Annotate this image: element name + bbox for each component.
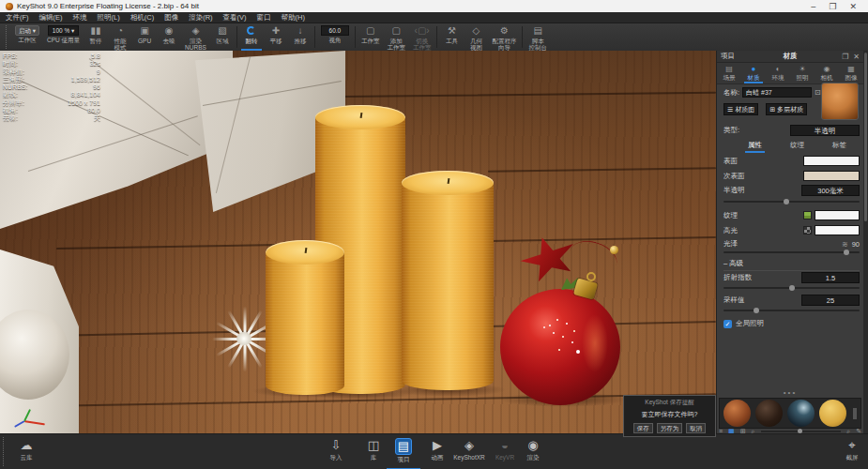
toolbar-fov[interactable]: 60.0 视角 (317, 23, 353, 51)
translucency-slider[interactable] (723, 201, 860, 203)
multi-material-button[interactable]: ⊞ 多层材质 (766, 103, 807, 115)
texture-map-icon[interactable] (803, 211, 812, 219)
ribbon-screenshot[interactable]: ⌖ 截屏 (833, 438, 868, 462)
subtab-properties[interactable]: 属性 (745, 140, 765, 153)
menu-file[interactable]: 文件(F) (6, 13, 29, 23)
material-thumb-gold[interactable] (819, 400, 846, 427)
toolbar-drag-handle[interactable] (6, 25, 8, 49)
fov-value-box[interactable]: 60.0 (321, 25, 349, 36)
tab-material[interactable]: ● 材质 (741, 63, 766, 83)
keyshotxr-icon: ◈ (464, 438, 474, 453)
window-title: KeyShot 9.0 Enterprise Floating License … (17, 2, 199, 10)
red-bauble-ornament[interactable] (500, 289, 620, 405)
material-graph-button[interactable]: ☰ 材质图 (723, 103, 758, 115)
candle-short[interactable] (266, 240, 344, 395)
gloss-slider[interactable] (723, 251, 860, 253)
menu-environment[interactable]: 环境 (73, 13, 87, 23)
maximize-button[interactable]: ❐ (829, 2, 836, 11)
tab-lighting[interactable]: ☀ 照明 (790, 63, 815, 83)
minimize-button[interactable]: – (811, 2, 815, 11)
translucency-value[interactable]: 300毫米 (801, 185, 860, 196)
menu-render[interactable]: 渲染(R) (189, 13, 212, 23)
refraction-slider[interactable] (723, 287, 860, 289)
toolbar-geometry-view[interactable]: ◇ 几何 视图 (464, 23, 488, 51)
cancel-button[interactable]: 取消 (686, 423, 706, 433)
toolbar-performance-mode[interactable]: ◔ 性能 模式 (108, 23, 132, 51)
toolbar-pan[interactable]: ✚ 平移 (264, 23, 288, 51)
refraction-value[interactable]: 1.5 (801, 272, 860, 283)
workspace-start-dropdown[interactable]: 启动 ▾ (15, 25, 39, 36)
menu-camera[interactable]: 相机(C) (130, 13, 154, 23)
global-illumination-checkbox[interactable]: ✓ (723, 320, 732, 328)
toolbar-workspace[interactable]: 启动 ▾ 工作区 (11, 23, 43, 51)
ribbon-keyshotxr[interactable]: ◈ KeyShotXR (450, 438, 488, 461)
menu-help[interactable]: 帮助(H) (282, 13, 305, 23)
tab-scene[interactable]: ▤ 场景 (717, 63, 741, 83)
menu-image[interactable]: 图像 (164, 13, 178, 23)
panel-close-icon[interactable]: ✕ (853, 53, 860, 61)
axis-y (23, 409, 31, 421)
gpu-icon: ▣ (140, 25, 148, 37)
toolbar-tools[interactable]: ⚒ 工具 (439, 23, 464, 51)
realtime-viewport[interactable]: FPS:5.8 时间:32s 采样值:9 三角形:1,539,512 NURBS… (0, 51, 716, 433)
texture-color-swatch[interactable] (815, 210, 860, 220)
global-illumination-row: ✓ 全局照明 (723, 319, 860, 328)
material-thumb-chrome[interactable] (787, 400, 815, 427)
cpu-usage-dropdown[interactable]: 100 % ▾ (48, 25, 80, 36)
library-strip-handle[interactable]: ••• (717, 388, 863, 397)
toolbar-tumble[interactable]: 翻转 (239, 23, 264, 51)
gloss-value[interactable]: 90 (852, 240, 860, 249)
menu-view[interactable]: 查看(V) (223, 13, 247, 23)
ribbon-drag-handle[interactable] (3, 437, 4, 466)
save-button[interactable]: 保存 (633, 423, 653, 433)
subsurface-color-swatch[interactable] (803, 171, 860, 181)
toolbar-studio[interactable]: ▢ 工作室 (358, 23, 384, 51)
surface-color-swatch[interactable] (803, 156, 860, 166)
display-icon[interactable]: ⊡ (815, 88, 821, 97)
samples-value[interactable]: 25 (801, 295, 860, 306)
menu-window[interactable]: 窗口 (257, 13, 271, 23)
material-name-input[interactable] (742, 87, 812, 98)
material-thumb-rust[interactable] (723, 400, 751, 427)
close-button[interactable]: ✕ (849, 2, 857, 11)
specular-color-swatch[interactable] (815, 225, 860, 235)
toolbar-pause[interactable]: ▮▮ 暂停 (84, 23, 108, 51)
tab-camera[interactable]: ◉ 相机 (815, 63, 839, 83)
menu-edit[interactable]: 编辑(E) (39, 13, 63, 23)
toolbar-region[interactable]: ▧ 区域 (210, 23, 235, 51)
toolbar-add-studio[interactable]: ▢ 添加 工作室 (383, 23, 409, 51)
dolly-icon: ↓ (297, 25, 302, 37)
ribbon-render[interactable]: ◉ 渲染 (514, 438, 552, 462)
ribbon-import[interactable]: ⇩ 导入 (317, 438, 355, 462)
subtab-textures[interactable]: 纹理 (787, 140, 807, 153)
undock-icon[interactable]: ❐ (842, 53, 848, 61)
subtab-labels[interactable]: 标签 (830, 140, 849, 153)
tab-environment[interactable]: ◐ 环境 (766, 63, 790, 83)
toolbar-script-console[interactable]: ▤ 脚本 控制台 (525, 23, 551, 51)
orientation-gizmo (13, 407, 51, 431)
material-thumb-dark[interactable] (755, 400, 783, 427)
samples-slider[interactable] (723, 310, 860, 311)
gloss-sliders-icon[interactable]: ≋ (842, 240, 848, 249)
candle-medium[interactable] (402, 171, 494, 390)
menu-lighting[interactable]: 照明(L) (98, 13, 120, 23)
specular-map-icon[interactable] (803, 226, 812, 234)
toolbar-dolly[interactable]: ↓ 推移 (288, 23, 312, 51)
add-studio-icon: ▢ (391, 25, 400, 37)
tab-image[interactable]: ▦ 图像 (839, 63, 863, 83)
panel-scrollbar[interactable] (863, 51, 868, 433)
ribbon-project[interactable]: ▤ 项目 (385, 438, 422, 464)
ribbon-cloud-library[interactable]: ☁ 云库 (8, 438, 45, 462)
strip-scrollbar[interactable] (853, 408, 857, 419)
toolbar-cpu-usage[interactable]: 100 % ▾ CPU 使用量 (43, 23, 84, 51)
import-icon: ⇩ (331, 438, 342, 453)
toolbar-denoise[interactable]: ◉ 去噪 (157, 23, 181, 51)
save-as-button[interactable]: 另存为 (657, 423, 683, 433)
advanced-section-header[interactable]: – 高级 (723, 259, 860, 271)
toolbar-configurator-wizard[interactable]: ⚙ 配置程序 向导 (488, 23, 520, 51)
material-type-dropdown[interactable]: 半透明 (790, 125, 860, 136)
thumb-size-slider[interactable] (761, 431, 842, 432)
toolbar-gpu[interactable]: ▣ GPU (132, 23, 157, 51)
toolbar-render-nurbs[interactable]: ◈ 渲染 NURBS (181, 23, 210, 51)
cloud-library-icon: ☁ (21, 438, 33, 453)
